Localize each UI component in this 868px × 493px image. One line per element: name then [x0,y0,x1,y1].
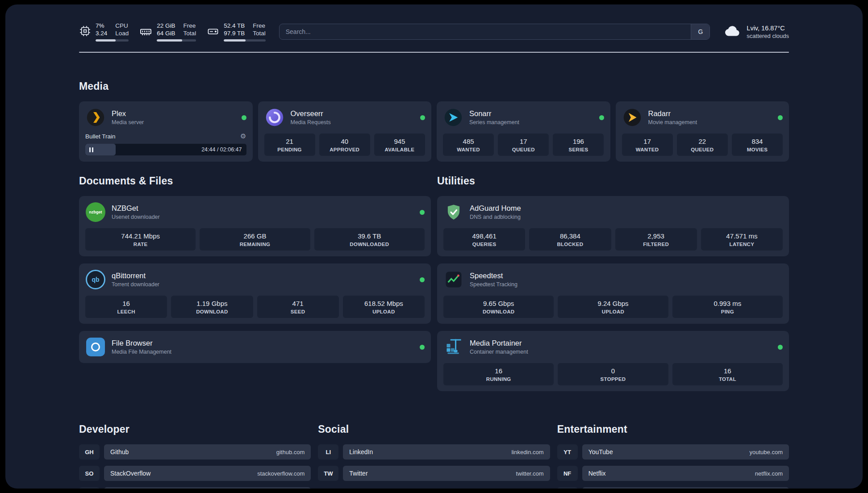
bookmark-reddit[interactable]: RE Reddit reddit.com [557,487,789,489]
bookmark-url: stackoverflow.com [257,470,305,477]
cpu-progress-bar [96,39,129,42]
stat-leech: 16 LEECH [85,296,167,318]
bookmark-name: Github [110,448,129,455]
disk-progress-bar [224,39,266,42]
status-indicator [599,115,604,120]
service-description: DNS and adblocking [470,214,783,220]
bookmark-url: netflix.com [755,470,783,477]
bookmark-name: YouTube [588,448,613,455]
bookmark-linkedin[interactable]: LI LinkedIn linkedin.com [318,444,550,460]
status-indicator [778,115,783,120]
ram-icon [139,25,152,40]
service-card-adguard[interactable]: AdGuard Home DNS and adblocking 498,461 … [437,196,789,256]
disk-icon [207,25,219,39]
plex-now-playing: Bullet Train ⚙ 24:44 / 02:06:47 [85,132,246,155]
service-name: Sonarr [469,109,593,118]
search-bar: G [279,24,710,40]
bookmark-dev[interactable]: DT DEV dev.to [79,487,311,489]
stat-upload: 9.24 Gbps UPLOAD [558,296,668,318]
service-card-portainer[interactable]: Media Portainer Container management 16 … [437,331,789,391]
status-indicator [420,345,425,350]
stat-series: 196 SERIES [553,134,604,156]
bookmark-twitter[interactable]: TW Twitter twitter.com [318,466,550,481]
stat-wanted: 17 WANTED [622,134,673,156]
cpu-load-value: 3.24 [96,30,107,37]
utilities-section: Utilities AdGuard Home DNS and adblockin… [437,175,789,391]
weather-location-temp: Lviv, 16.87°C [747,25,789,32]
stat-download: 9.65 Gbps DOWNLOAD [443,296,554,318]
service-card-speedtest[interactable]: Speedtest Speedtest Tracking 9.65 Gbps D… [437,263,789,324]
service-card-sonarr[interactable]: Sonarr Series management 485 WANTED 17 Q… [437,101,610,162]
pause-icon[interactable] [89,147,93,152]
ram-free-value: 22 GiB [157,22,175,29]
documents-section: Documents & Files nzbget NZBGet Usenet d… [79,175,431,391]
cloud-icon [723,21,742,42]
service-card-nzbget[interactable]: nzbget NZBGet Usenet downloader 744.21 M… [79,196,431,256]
bookmark-abbr: DT [79,487,100,489]
service-description: Media Requests [291,119,415,125]
media-section: Media Plex Media server Bullet Train [79,80,789,162]
cpu-icon [79,25,91,39]
top-bar: 7% CPU 3.24 Load 22 GiB [79,4,789,42]
status-indicator [420,210,425,215]
bookmark-name: StackOverflow [110,470,150,477]
service-description: Movie management [648,119,772,125]
bookmark-url: twitter.com [516,470,544,477]
stat-seed: 471 SEED [257,296,339,318]
adguard-icon [443,202,464,222]
sonarr-icon [443,107,463,128]
qbittorrent-icon: qb [85,269,106,290]
bookmark-name: Netflix [588,470,606,477]
service-card-filebrowser[interactable]: File Browser Media File Management [79,331,431,363]
ram-total-label: Total [184,30,196,37]
service-description: Media File Management [112,349,414,355]
search-input[interactable] [280,28,691,35]
bookmark-abbr: NF [557,466,578,481]
stat-remaining: 266 GB REMAINING [200,228,310,251]
system-metrics: 7% CPU 3.24 Load 22 GiB [79,22,266,42]
stat-downloaded: 39.6 TB DOWNLOADED [314,228,425,251]
service-description: Media server [112,119,236,125]
service-card-overseerr[interactable]: Overseerr Media Requests 21 PENDING 40 A… [258,101,432,162]
bookmark-github[interactable]: GH Github github.com [79,444,311,460]
radarr-icon [622,107,643,128]
player-progress-bar[interactable]: 24:44 / 02:06:47 [85,144,246,155]
bookmark-netflix[interactable]: NF Netflix netflix.com [557,466,789,481]
disk-free-label: Free [253,22,266,29]
search-engine-button[interactable]: G [691,24,709,39]
documents-section-title: Documents & Files [79,175,431,187]
service-card-qbittorrent[interactable]: qb qBittorrent Torrent downloader 16 LEE… [79,263,431,324]
cpu-metric: 7% CPU 3.24 Load [79,22,129,42]
utilities-section-title: Utilities [437,175,789,187]
service-description: Series management [469,119,593,125]
bookmark-url: github.com [276,449,305,455]
stat-total: 16 TOTAL [672,363,783,385]
now-playing-title: Bullet Train [85,133,116,140]
service-description: Usenet downloader [112,214,414,220]
media-section-title: Media [79,80,789,92]
service-name: Radarr [648,109,772,118]
stat-stopped: 0 STOPPED [558,363,668,385]
service-name: qBittorrent [112,272,414,280]
stat-available: 945 AVAILABLE [374,134,425,156]
status-indicator [778,345,783,350]
entertainment-section: Entertainment YT YouTube youtube.com NF … [557,423,789,489]
stat-approved: 40 APPROVED [319,134,370,156]
status-indicator [420,115,425,120]
player-settings-icon[interactable]: ⚙ [240,132,246,140]
stat-latency: 47.571 ms LATENCY [701,228,783,251]
stat-upload: 618.52 Mbps UPLOAD [343,296,425,318]
bookmark-stackoverflow[interactable]: SO StackOverflow stackoverflow.com [79,466,311,481]
service-card-plex[interactable]: Plex Media server Bullet Train ⚙ 24:44 [79,101,253,162]
bookmark-youtube[interactable]: YT YouTube youtube.com [557,444,789,460]
service-card-radarr[interactable]: Radarr Movie management 17 WANTED 22 QUE… [616,101,789,162]
developer-section-title: Developer [79,423,311,435]
service-name: File Browser [112,339,414,347]
header-divider [79,52,789,53]
stat-ping: 0.993 ms PING [672,296,783,318]
stat-movies: 834 MOVIES [732,134,783,156]
disk-total-value: 97.9 TB [224,30,245,37]
status-indicator [242,115,246,120]
nzbget-icon: nzbget [85,202,106,222]
stat-pending: 21 PENDING [264,134,315,156]
